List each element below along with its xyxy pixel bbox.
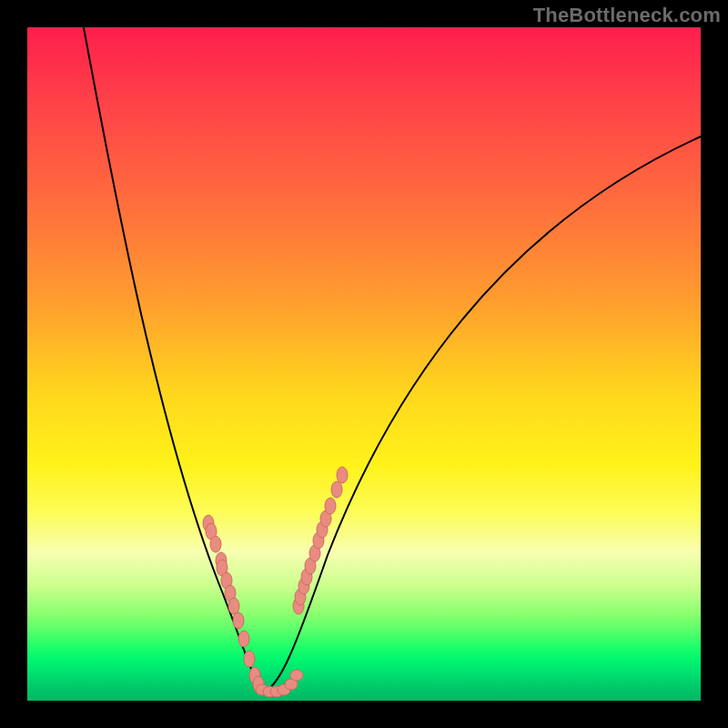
marker-left-9 <box>238 631 249 647</box>
marker-right-9 <box>325 498 336 514</box>
marker-left-8 <box>233 612 244 629</box>
watermark-text: TheBottleneck.com <box>533 4 721 27</box>
curve-left <box>82 18 264 692</box>
curve-right <box>264 136 701 692</box>
markers-left-group <box>203 515 264 693</box>
chart-frame: TheBottleneck.com <box>0 0 728 728</box>
marker-right-11 <box>337 467 348 483</box>
markers-right-group <box>293 467 348 614</box>
marker-left-2 <box>210 536 221 552</box>
marker-left-7 <box>228 598 239 614</box>
marker-bottom-5 <box>290 670 303 681</box>
marker-right-10 <box>331 481 342 498</box>
marker-left-10 <box>244 651 255 667</box>
curves-layer <box>27 27 701 701</box>
plot-area <box>27 27 701 701</box>
